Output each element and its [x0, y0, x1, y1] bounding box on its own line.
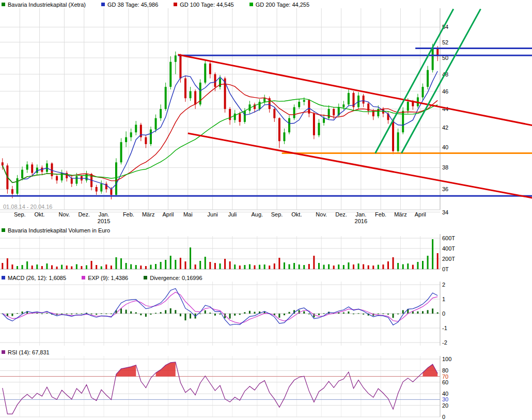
divergence-swatch-icon	[144, 276, 147, 279]
exp-label: EXP (9): 1,4386	[88, 275, 128, 281]
gd100-legend-item: GD 100 Tage: 44,545	[174, 2, 233, 8]
svg-text:36: 36	[442, 186, 448, 192]
volume-chart-legend: Bavaria Industriekapital Volumen in Euro	[0, 226, 532, 234]
gd38-label: GD 38 Tage: 45,986	[107, 2, 158, 8]
svg-text:2: 2	[442, 282, 445, 288]
macd-legend-item: MACD (26, 12): 1,6085	[2, 275, 66, 281]
rsi-label: RSI (14): 67,831	[8, 349, 50, 355]
gd200-swatch-icon	[249, 3, 253, 6]
macd-swatch-icon	[2, 276, 5, 279]
svg-text:1: 1	[442, 296, 445, 302]
instrument-legend-item: Bavaria Industriekapital (Xetra)	[2, 2, 86, 8]
svg-text:30: 30	[442, 396, 448, 402]
rsi-legend: RSI (14): 67,831	[0, 348, 532, 356]
svg-text:20: 20	[442, 402, 448, 409]
svg-text:42: 42	[442, 125, 448, 131]
volume-title: Bavaria Industriekapital Volumen in Euro	[8, 227, 110, 234]
svg-text:70: 70	[442, 374, 448, 380]
volume-legend-item: Bavaria Industriekapital Volumen in Euro	[2, 227, 110, 234]
svg-text:0T: 0T	[442, 266, 449, 272]
macd-legend: MACD (26, 12): 1,6085 EXP (9): 1,4386 Di…	[0, 273, 532, 282]
gd38-swatch-icon	[101, 3, 105, 6]
chart-title: Bavaria Industriekapital (Xetra)	[8, 2, 86, 8]
exp-swatch-icon	[82, 276, 85, 279]
svg-text:38: 38	[442, 164, 448, 170]
svg-text:2016: 2016	[355, 218, 367, 224]
divergence-legend-item: Divergence: 0,16996	[144, 275, 202, 281]
macd-chart: 210-1-2	[0, 282, 532, 348]
svg-text:46: 46	[442, 88, 448, 95]
svg-text:100: 100	[442, 356, 451, 362]
svg-text:0: 0	[442, 414, 445, 420]
svg-text:01.08.14 - 20.04.16: 01.08.14 - 20.04.16	[3, 204, 52, 210]
svg-text:0: 0	[442, 310, 445, 317]
gd200-label: GD 200 Tage: 44,255	[256, 2, 309, 8]
volume-swatch-icon	[2, 228, 5, 232]
rsi-swatch-icon	[2, 350, 5, 354]
stock-chart-page: Bavaria Industriekapital (Xetra) GD 38 T…	[0, 0, 532, 420]
svg-text:34: 34	[442, 209, 448, 215]
svg-text:52: 52	[442, 39, 448, 45]
svg-text:80: 80	[442, 367, 448, 374]
volume-bar-chart: 600T400T200T0T	[0, 234, 532, 273]
instrument-swatch-icon	[2, 3, 5, 6]
price-chart-legend: Bavaria Industriekapital (Xetra) GD 38 T…	[0, 0, 532, 8]
svg-text:-2: -2	[442, 339, 447, 346]
gd100-swatch-icon	[174, 3, 177, 6]
divergence-label: Divergence: 0,16996	[150, 275, 202, 281]
gd38-legend-item: GD 38 Tage: 45,986	[101, 2, 158, 8]
svg-text:600T: 600T	[442, 235, 455, 241]
price-candlestick-chart: Sep.Okt.Nov.Dez.Jan.Feb.MärzAprilMaiJuni…	[0, 8, 532, 226]
macd-label: MACD (26, 12): 1,6085	[8, 275, 66, 281]
svg-text:-1: -1	[442, 325, 447, 331]
svg-text:60: 60	[442, 379, 448, 385]
gd100-label: GD 100 Tage: 44,545	[180, 2, 233, 8]
svg-text:40: 40	[442, 144, 448, 150]
exp-legend-item: EXP (9): 1,4386	[82, 275, 128, 281]
svg-text:2015: 2015	[98, 218, 110, 224]
rsi-legend-item: RSI (14): 67,831	[2, 349, 50, 355]
gd200-legend-item: GD 200 Tage: 44,255	[249, 2, 309, 8]
svg-text:40: 40	[442, 391, 448, 397]
rsi-chart: 1008060402007030	[0, 356, 532, 420]
svg-text:200T: 200T	[442, 256, 455, 262]
svg-text:400T: 400T	[442, 245, 455, 252]
